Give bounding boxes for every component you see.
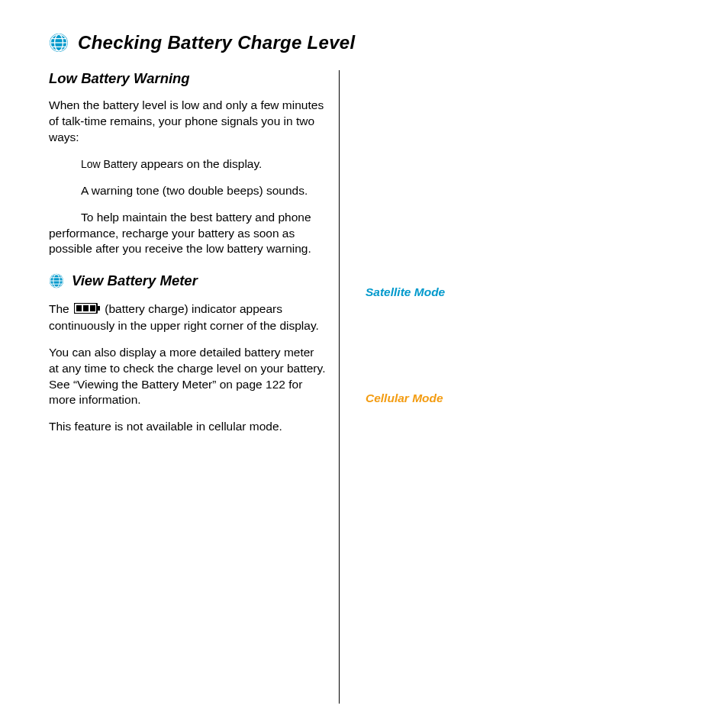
meter-p1-pre: The xyxy=(49,302,72,315)
content-columns: Low Battery Warning When the battery lev… xyxy=(49,70,691,704)
low-battery-bullet-2: A warning tone (two double beeps) sounds… xyxy=(49,183,327,199)
low-battery-bullet-1: Low Battery appears on the display. xyxy=(49,156,327,172)
cellular-mode-label: Cellular Mode xyxy=(366,391,443,405)
low-battery-advice: To help maintain the best battery and ph… xyxy=(49,210,327,258)
bullet-1-text: appears on the display. xyxy=(137,157,262,170)
globe-icon xyxy=(49,273,64,288)
right-column: Satellite Mode Cellular Mode xyxy=(353,70,691,704)
page-title-row: Checking Battery Charge Level xyxy=(49,32,691,53)
page-title: Checking Battery Charge Level xyxy=(78,32,356,53)
view-meter-heading-row: View Battery Meter xyxy=(49,272,327,289)
svg-rect-13 xyxy=(97,306,100,311)
left-column: Low Battery Warning When the battery lev… xyxy=(49,70,339,704)
svg-rect-16 xyxy=(90,305,95,311)
display-text: Low Battery xyxy=(81,158,137,170)
column-divider xyxy=(339,70,340,704)
svg-rect-15 xyxy=(83,305,89,311)
low-battery-intro: When the battery level is low and only a… xyxy=(49,98,327,146)
svg-rect-14 xyxy=(76,305,82,311)
view-meter-heading: View Battery Meter xyxy=(72,272,198,289)
satellite-mode-label: Satellite Mode xyxy=(366,285,445,299)
low-battery-heading: Low Battery Warning xyxy=(49,70,327,87)
battery-icon xyxy=(74,302,100,318)
meter-p3: This feature is not available in cellula… xyxy=(49,419,327,435)
meter-p1: The (battery charge) indicator appears c… xyxy=(49,301,327,333)
meter-p2: You can also display a more detailed bat… xyxy=(49,345,327,409)
globe-icon xyxy=(49,33,69,53)
